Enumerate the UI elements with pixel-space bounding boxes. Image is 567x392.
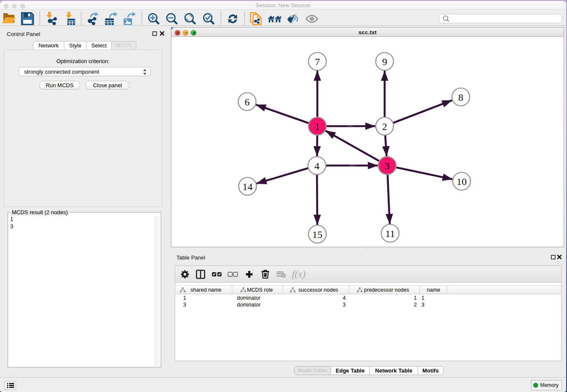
svg-text:15: 15 [312,229,322,240]
svg-text:10: 10 [457,176,467,187]
svg-text:11: 11 [385,228,395,239]
svg-text:8: 8 [458,92,463,103]
svg-text:9: 9 [382,56,387,67]
svg-text:4: 4 [314,160,319,171]
svg-text:1: 1 [315,121,320,132]
svg-text:3: 3 [385,160,390,171]
svg-text:14: 14 [242,181,253,192]
svg-text:2: 2 [382,121,387,132]
svg-text:7: 7 [315,56,320,67]
svg-text:f(x): f(x) [292,269,306,279]
svg-text:6: 6 [245,97,250,108]
